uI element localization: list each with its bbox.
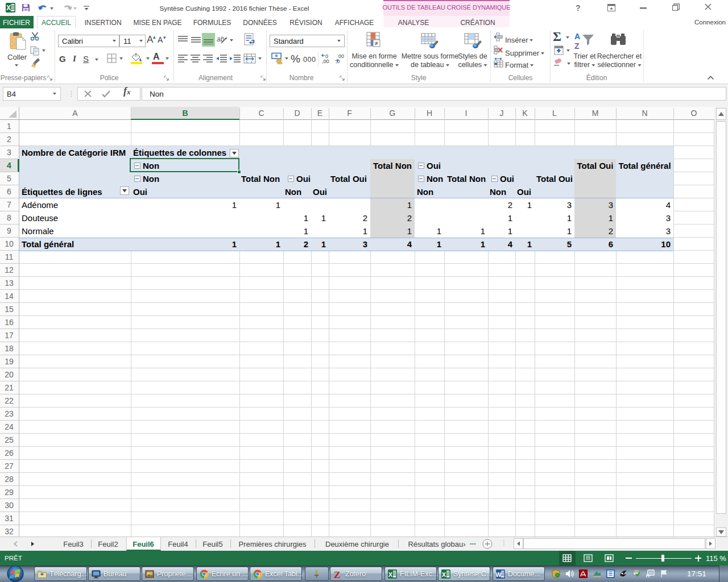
svg-text:≠: ≠ xyxy=(375,40,378,47)
svg-text:X: X xyxy=(442,571,446,578)
svg-text:ab: ab xyxy=(217,35,225,43)
svg-text:X: X xyxy=(388,571,393,578)
svg-text:X: X xyxy=(6,4,11,12)
svg-text:W: W xyxy=(496,571,502,578)
svg-text:Z: Z xyxy=(334,569,340,579)
svg-text:,00: ,00 xyxy=(322,59,329,64)
